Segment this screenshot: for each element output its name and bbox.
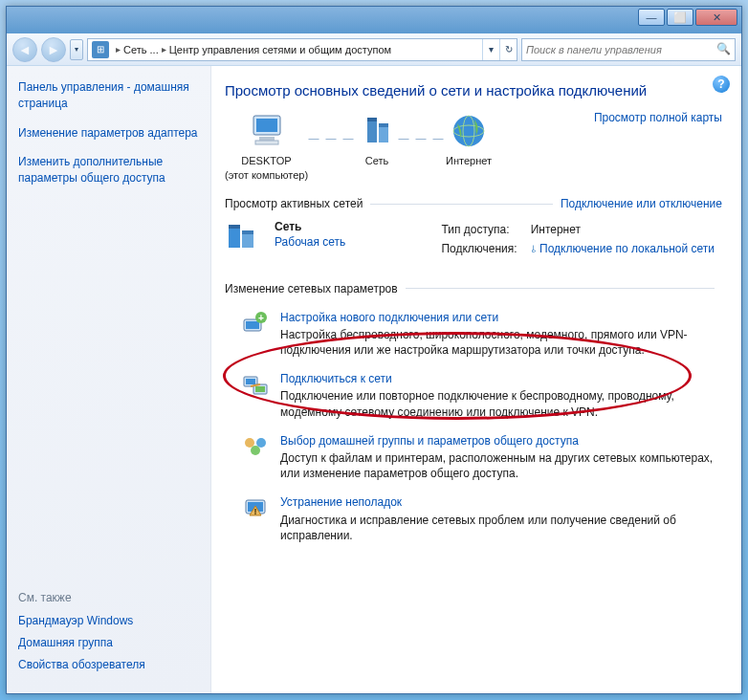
option-homegroup[interactable]: Выбор домашней группы и параметров общег… bbox=[242, 433, 722, 482]
option-connect-network[interactable]: Подключиться к сети Подключение или повт… bbox=[242, 371, 722, 420]
svg-point-25 bbox=[256, 438, 266, 448]
node-desktop-label: DESKTOP bbox=[225, 154, 308, 168]
see-also-header: См. также bbox=[18, 591, 199, 604]
svg-point-26 bbox=[251, 446, 260, 455]
svg-rect-16 bbox=[246, 321, 259, 329]
svg-text:+: + bbox=[258, 313, 264, 323]
maximize-button[interactable]: ⬜ bbox=[667, 9, 693, 26]
active-networks-label: Просмотр активных сетей bbox=[225, 196, 363, 211]
search-icon: 🔍 bbox=[716, 42, 731, 57]
svg-rect-14 bbox=[242, 230, 253, 234]
homegroup-icon bbox=[242, 433, 269, 460]
main-pane: ? Просмотр основных сведений о сети и на… bbox=[211, 66, 741, 693]
option-title[interactable]: Настройка нового подключения или сети bbox=[280, 311, 498, 324]
svg-rect-1 bbox=[256, 119, 277, 132]
breadcrumb-2[interactable]: Центр управления сетями и общим доступом bbox=[169, 44, 391, 55]
svg-point-8 bbox=[453, 116, 484, 146]
option-title[interactable]: Устранение неполадок bbox=[280, 495, 402, 509]
option-new-connection[interactable]: + Настройка нового подключения или сети … bbox=[242, 310, 722, 359]
connect-network-icon bbox=[242, 371, 269, 398]
network-name: Сеть bbox=[275, 220, 301, 233]
svg-point-24 bbox=[245, 438, 254, 448]
node-internet-label: Интернет bbox=[446, 154, 492, 168]
option-desc: Диагностика и исправление сетевых пробле… bbox=[280, 513, 722, 543]
history-dropdown[interactable]: ▾ bbox=[70, 39, 83, 60]
svg-rect-6 bbox=[367, 118, 377, 121]
sidebar-link-home[interactable]: Панель управления - домашняя страница bbox=[18, 79, 199, 112]
svg-text:!: ! bbox=[254, 507, 257, 516]
svg-rect-22 bbox=[255, 386, 265, 392]
breadcrumb-sep: ▸ bbox=[113, 44, 123, 55]
access-type-value: Интернет bbox=[525, 221, 720, 238]
content-body: Панель управления - домашняя страница Из… bbox=[7, 66, 741, 693]
option-desc: Настройка беспроводного, широкополосного… bbox=[280, 327, 722, 358]
adapter-icon: ⫰ bbox=[531, 242, 537, 255]
see-also-internet-options[interactable]: Свойства обозревателя bbox=[18, 658, 199, 671]
map-link-line: — — — bbox=[398, 110, 446, 145]
window-frame: — ⬜ ✕ ◄ ► ▾ ⊞ ▸ Сеть ... ▸ Центр управле… bbox=[6, 6, 742, 694]
node-internet: Интернет bbox=[446, 110, 492, 168]
new-connection-icon: + bbox=[242, 310, 269, 337]
option-desc: Доступ к файлам и принтерам, расположенн… bbox=[280, 450, 722, 481]
change-settings-label: Изменение сетевых параметров bbox=[225, 281, 398, 296]
option-title[interactable]: Выбор домашней группы и параметров общег… bbox=[280, 434, 579, 448]
connect-disconnect-link[interactable]: Подключение или отключение bbox=[561, 196, 722, 211]
change-settings-header: Изменение сетевых параметров bbox=[225, 281, 722, 296]
forward-button[interactable]: ► bbox=[41, 37, 66, 62]
see-also-homegroup[interactable]: Домашняя группа bbox=[18, 636, 199, 649]
refresh-button[interactable]: ↻ bbox=[499, 39, 517, 60]
svg-rect-7 bbox=[379, 123, 388, 127]
titlebar: — ⬜ ✕ bbox=[7, 7, 741, 33]
access-type-label: Тип доступа: bbox=[435, 221, 522, 238]
desktop-icon bbox=[246, 110, 288, 152]
option-troubleshoot[interactable]: ! Устранение неполадок Диагностика и исп… bbox=[242, 494, 722, 543]
sidebar-link-adapters[interactable]: Изменение параметров адаптера bbox=[18, 125, 199, 142]
breadcrumb-1[interactable]: Сеть ... bbox=[123, 44, 159, 55]
map-link-line: — — — bbox=[308, 110, 356, 145]
close-button[interactable]: ✕ bbox=[695, 9, 737, 26]
sidebar: Панель управления - домашняя страница Из… bbox=[7, 66, 211, 693]
work-network-icon bbox=[225, 219, 263, 253]
active-network-info: Сеть Рабочая сеть bbox=[275, 219, 345, 250]
minimize-button[interactable]: — bbox=[638, 9, 665, 26]
network-node-icon bbox=[356, 110, 398, 152]
search-input[interactable] bbox=[526, 44, 716, 55]
active-network-row: Сеть Рабочая сеть Тип доступа: Интернет … bbox=[225, 219, 722, 259]
svg-rect-20 bbox=[246, 379, 255, 384]
breadcrumb-sep: ▸ bbox=[159, 44, 169, 55]
node-network: Сеть bbox=[356, 110, 398, 168]
network-options: + Настройка нового подключения или сети … bbox=[225, 310, 722, 543]
network-details-table: Тип доступа: Интернет Подключения: ⫰ Под… bbox=[433, 219, 722, 259]
page-title: Просмотр основных сведений о сети и наст… bbox=[225, 81, 722, 100]
option-title[interactable]: Подключиться к сети bbox=[280, 372, 392, 385]
network-icon: ⊞ bbox=[92, 41, 109, 58]
view-full-map-link[interactable]: Просмотр полной карты bbox=[594, 110, 722, 125]
see-also-firewall[interactable]: Брандмауэр Windows bbox=[18, 614, 199, 627]
internet-icon bbox=[448, 110, 490, 152]
active-networks-header: Просмотр активных сетей Подключение или … bbox=[225, 196, 722, 211]
network-map-row: DESKTOP (этот компьютер) — — — Сеть — — … bbox=[225, 110, 722, 183]
node-network-label: Сеть bbox=[356, 154, 398, 168]
troubleshoot-icon: ! bbox=[242, 494, 269, 521]
option-desc: Подключение или повторное подключение к … bbox=[280, 388, 722, 419]
svg-rect-13 bbox=[229, 225, 240, 229]
nav-toolbar: ◄ ► ▾ ⊞ ▸ Сеть ... ▸ Центр управления се… bbox=[7, 33, 741, 66]
svg-rect-3 bbox=[255, 141, 278, 144]
sidebar-link-sharing[interactable]: Изменить дополнительные параметры общего… bbox=[18, 154, 199, 186]
connection-link[interactable]: Подключение по локальной сети bbox=[539, 242, 715, 255]
node-desktop: DESKTOP (этот компьютер) bbox=[225, 110, 308, 183]
connections-label: Подключения: bbox=[435, 240, 522, 257]
search-box[interactable]: 🔍 bbox=[521, 38, 736, 61]
help-icon[interactable]: ? bbox=[713, 76, 730, 93]
address-bar[interactable]: ⊞ ▸ Сеть ... ▸ Центр управления сетями и… bbox=[87, 38, 517, 61]
svg-rect-2 bbox=[259, 137, 275, 141]
back-button[interactable]: ◄ bbox=[12, 37, 37, 62]
address-dropdown[interactable]: ▾ bbox=[482, 39, 499, 60]
network-category-link[interactable]: Рабочая сеть bbox=[275, 235, 345, 249]
node-desktop-sub: (этот компьютер) bbox=[225, 168, 308, 183]
